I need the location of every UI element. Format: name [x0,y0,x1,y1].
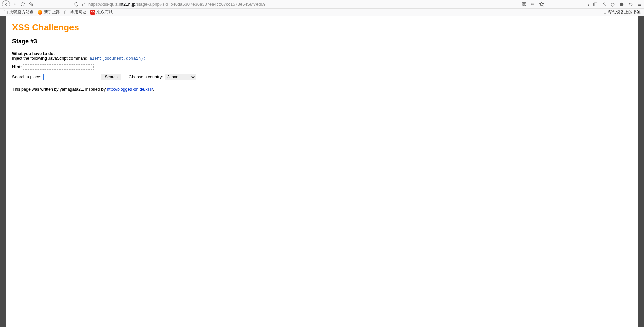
svg-point-6 [604,3,605,4]
page-actions-icon[interactable] [530,2,535,7]
bookmarks-right[interactable]: 移动设备上的书签 [603,9,641,15]
bookmark-label: 新手上路 [44,9,60,15]
svg-point-8 [605,13,605,13]
page-content: XSS Challenges Stage #3 What you have to… [6,16,638,327]
home-button[interactable] [27,1,34,8]
search-input[interactable] [43,74,99,80]
svg-rect-5 [594,3,597,6]
svg-marker-4 [539,2,544,6]
qr-icon[interactable] [521,2,527,7]
stage-heading: Stage #3 [12,38,632,45]
country-select[interactable]: Japan [165,74,196,80]
account-icon[interactable] [602,2,607,7]
bookmark-item[interactable]: 新手上路 [38,9,60,15]
todo-label: What you have to do: [12,51,632,56]
mobile-icon [603,10,607,15]
jd-icon: JD [90,10,95,15]
footer-link[interactable]: http://blogged-on.de/xss/ [107,87,153,92]
divider [12,84,632,84]
todo-code: alert(document.domain); [90,56,146,61]
footer-suffix: . [153,87,154,92]
footer-line: This page was written by yamagata21, ins… [12,87,632,92]
footer-prefix: This page was written by yamagata21, ins… [12,87,107,92]
bookmark-label: 火狐官方站点 [9,9,34,15]
favorite-icon[interactable] [539,2,544,7]
bookmark-item[interactable]: 常用网址 [64,9,86,15]
search-label: Search a place: [12,75,41,79]
library-icon[interactable] [584,2,589,7]
address-bar[interactable]: https://xss-quiz.int21h.jp/stage-3.php?s… [72,1,480,8]
address-url: https://xss-quiz.int21h.jp/stage-3.php?s… [88,2,266,7]
svg-rect-1 [522,2,524,4]
bookmark-item[interactable]: 火狐官方站点 [3,9,34,15]
bookmarks-right-label: 移动设备上的书签 [608,9,641,15]
bookmarks-bar: 火狐官方站点 新手上路 常用网址 JD 京东商城 移动设备上的书签 [0,9,644,16]
reload-button[interactable] [19,1,26,8]
shield-icon [74,2,79,7]
svg-rect-3 [522,5,524,6]
extension-icon[interactable] [610,2,616,7]
folder-icon [3,10,8,15]
page-title: XSS Challenges [12,22,632,33]
svg-rect-2 [524,2,526,4]
lock-icon [81,2,86,7]
todo-text: Inject the following JavaScript command:… [12,56,632,61]
search-form: Search a place: Search Choose a country:… [12,74,632,80]
folder-icon [64,10,69,15]
undo-icon[interactable] [628,2,633,7]
page-outer: XSS Challenges Stage #3 What you have to… [0,16,644,327]
svg-rect-0 [83,4,85,6]
firefox-icon [38,10,42,15]
bookmark-label: 京东商城 [96,9,113,15]
back-button[interactable] [2,0,10,8]
forward-button[interactable] [11,1,18,8]
browser-menu-icons [584,2,642,7]
bookmark-label: 常用网址 [70,9,86,15]
hint-row: Hint: [12,64,632,70]
sidebar-icon[interactable] [593,2,598,7]
bookmark-item[interactable]: JD 京东商城 [90,9,113,15]
search-button[interactable]: Search [101,74,121,80]
menu-icon[interactable] [637,2,642,7]
country-label: Choose a country: [129,75,163,79]
hint-box [23,64,94,70]
address-actions [521,2,546,7]
hint-label: Hint: [12,65,22,69]
chat-icon[interactable] [619,2,624,7]
browser-toolbar: https://xss-quiz.int21h.jp/stage-3.php?s… [0,0,644,9]
